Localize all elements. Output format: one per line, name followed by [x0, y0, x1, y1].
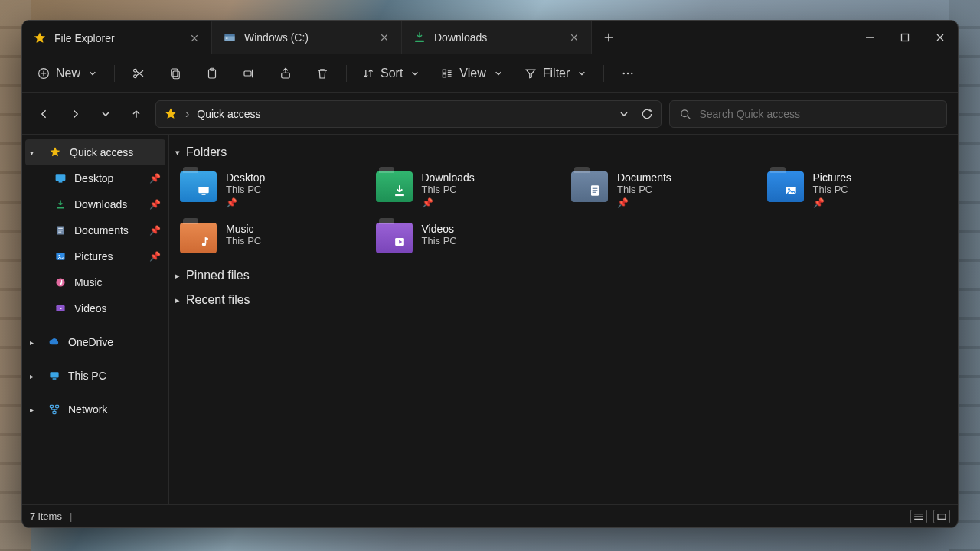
new-label: New	[56, 67, 80, 80]
folder-text: Videos This PC	[422, 223, 457, 246]
tabs-strip: File Explorer Windows (C:) Downloads	[22, 21, 852, 54]
pin-icon: 📌	[149, 251, 161, 262]
sidebar-item-music[interactable]: Music	[22, 269, 168, 295]
svg-rect-33	[53, 378, 57, 380]
folder-desktop[interactable]: Desktop This PC 📌	[177, 167, 364, 214]
folder-name: Downloads	[422, 171, 475, 184]
sidebar-this-pc[interactable]: ▸ This PC	[22, 363, 168, 389]
svg-rect-15	[443, 73, 446, 77]
star-icon	[164, 107, 178, 121]
folder-name: Videos	[422, 223, 457, 235]
breadcrumb[interactable]: Quick access	[197, 108, 260, 120]
sidebar-item-downloads[interactable]: Downloads 📌	[22, 191, 168, 217]
chevron-down-icon	[409, 67, 421, 80]
scissors-icon	[132, 67, 145, 80]
search-box[interactable]	[669, 100, 947, 128]
more-button[interactable]	[612, 62, 644, 85]
separator	[603, 65, 604, 82]
ellipsis-icon	[621, 67, 635, 80]
address-dropdown-icon[interactable]	[618, 108, 630, 120]
svg-rect-20	[56, 174, 66, 181]
breadcrumb-separator: ›	[185, 107, 189, 121]
minimize-button[interactable]	[852, 21, 887, 54]
address-bar[interactable]: › Quick access	[155, 100, 662, 128]
sidebar-quick-access[interactable]: ▾ Quick access	[25, 139, 165, 165]
folder-videos[interactable]: Videos This PC	[373, 218, 560, 258]
new-button[interactable]: New	[30, 62, 106, 85]
group-folders-header[interactable]: ▾ Folders	[174, 142, 953, 167]
search-input[interactable]	[699, 108, 937, 120]
folder-documents[interactable]: Documents This PC 📌	[568, 167, 755, 214]
svg-rect-41	[593, 188, 598, 189]
music-icon	[54, 276, 67, 289]
copy-button[interactable]	[159, 62, 191, 85]
recent-locations-button[interactable]	[94, 103, 117, 126]
folder-text: Pictures This PC 📌	[813, 171, 852, 209]
tab-close-icon[interactable]	[378, 31, 390, 44]
svg-rect-36	[53, 411, 56, 413]
sidebar-item-pictures[interactable]: Pictures 📌	[22, 243, 168, 269]
chevron-down-icon[interactable]: ▾	[30, 148, 41, 157]
folder-pictures[interactable]: Pictures This PC 📌	[764, 167, 951, 214]
sidebar-item-desktop[interactable]: Desktop 📌	[22, 165, 168, 191]
folder-downloads[interactable]: Downloads This PC 📌	[373, 167, 560, 214]
sidebar-item-label: Pictures	[74, 250, 113, 262]
svg-rect-35	[56, 405, 59, 407]
rename-button[interactable]	[233, 62, 265, 85]
refresh-icon[interactable]	[641, 108, 653, 120]
cut-button[interactable]	[122, 62, 155, 85]
large-icons-view-button[interactable]	[933, 510, 950, 523]
folder-sub: This PC	[813, 184, 852, 195]
svg-rect-32	[50, 372, 58, 377]
group-pinned-header[interactable]: ▸ Pinned files	[174, 266, 953, 290]
view-button[interactable]: View	[433, 62, 511, 85]
delete-button[interactable]	[306, 62, 338, 85]
svg-point-18	[631, 72, 632, 73]
paste-button[interactable]	[196, 62, 228, 85]
pin-icon: 📌	[149, 225, 161, 236]
chevron-down-icon	[492, 67, 505, 80]
rename-icon	[242, 67, 256, 80]
sidebar-network[interactable]: ▸ Network	[22, 396, 168, 422]
chevron-right-icon[interactable]: ▸	[30, 406, 41, 414]
sidebar-item-label: Videos	[74, 302, 107, 315]
maximize-button[interactable]	[887, 21, 923, 54]
tab-downloads[interactable]: Downloads	[402, 21, 592, 54]
group-recent-header[interactable]: ▸ Recent files	[174, 290, 953, 315]
sort-button[interactable]: Sort	[354, 62, 429, 85]
svg-rect-34	[50, 405, 53, 407]
svg-rect-13	[282, 73, 290, 78]
sidebar-item-documents[interactable]: Documents 📌	[22, 217, 168, 243]
close-window-button[interactable]	[923, 21, 958, 54]
new-tab-button[interactable]	[592, 21, 626, 54]
filter-label: Filter	[543, 67, 570, 80]
folder-sub: This PC	[226, 235, 261, 246]
chevron-right-icon[interactable]: ▸	[30, 372, 41, 380]
tab-close-icon[interactable]	[568, 31, 580, 44]
pc-icon	[48, 370, 60, 382]
sidebar-onedrive[interactable]: ▸ OneDrive	[22, 329, 168, 355]
nav-pane: ▾ Quick access Desktop 📌 Downloads 📌 Doc…	[22, 135, 169, 504]
tab-file-explorer[interactable]: File Explorer	[22, 21, 212, 54]
folder-icon	[571, 171, 608, 202]
details-view-button[interactable]	[910, 510, 927, 523]
tab-close-icon[interactable]	[188, 32, 201, 44]
filter-button[interactable]: Filter	[517, 62, 596, 85]
tab-windows-c[interactable]: Windows (C:)	[212, 21, 402, 54]
file-explorer-window: File Explorer Windows (C:) Downloads	[21, 20, 959, 528]
folder-music[interactable]: Music This PC	[177, 218, 364, 258]
tab-label: File Explorer	[54, 32, 115, 44]
svg-rect-24	[58, 228, 63, 229]
svg-rect-12	[244, 71, 251, 76]
chevron-down-icon: ▾	[175, 148, 180, 158]
network-icon	[48, 403, 60, 416]
chevron-right-icon[interactable]: ▸	[30, 338, 41, 347]
plus-circle-icon	[38, 67, 50, 80]
chevron-down-icon	[576, 67, 588, 80]
up-button[interactable]	[125, 103, 148, 126]
back-button[interactable]	[33, 103, 56, 126]
sidebar-item-videos[interactable]: Videos	[22, 295, 168, 321]
forward-button[interactable]	[64, 103, 87, 126]
chevron-right-icon: ▸	[175, 271, 180, 281]
share-button[interactable]	[270, 62, 302, 85]
